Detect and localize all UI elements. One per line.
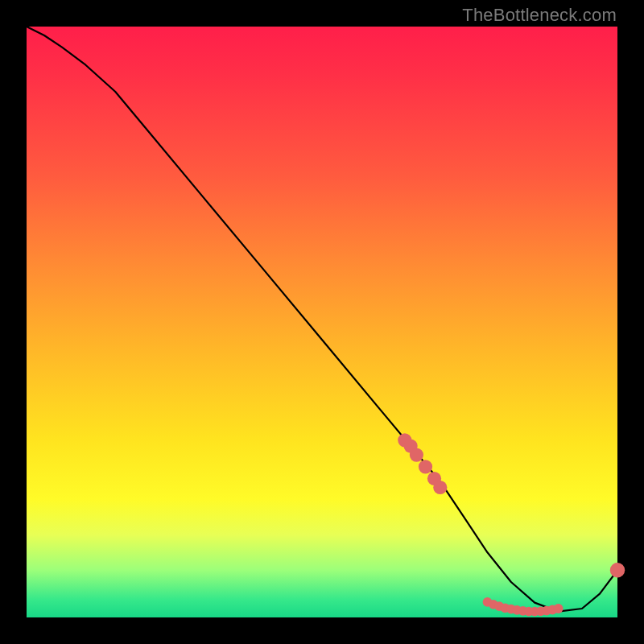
plot-area	[27, 27, 617, 617]
data-point	[610, 563, 625, 577]
chart-svg	[27, 27, 617, 617]
chart-stage: TheBottleneck.com	[0, 0, 644, 644]
watermark-text: TheBottleneck.com	[462, 5, 617, 26]
bottleneck-curve	[27, 27, 617, 612]
marker-layer	[398, 433, 625, 616]
data-point	[433, 481, 447, 494]
data-point	[410, 448, 423, 462]
data-point	[419, 460, 432, 473]
data-point	[554, 604, 564, 613]
